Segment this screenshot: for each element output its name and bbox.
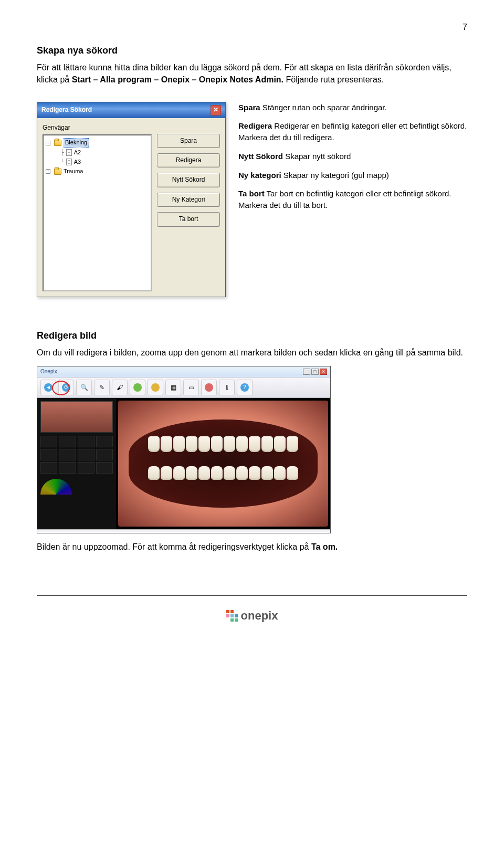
tree-label: Genvägar	[43, 123, 152, 132]
desc-redigera-label: Redigera	[238, 121, 272, 130]
dental-image	[118, 401, 328, 527]
back-icon: ◄	[44, 383, 52, 392]
tree-item-blekning[interactable]: − Blekning	[46, 138, 149, 148]
intro-paragraph: För att lättare kunna hitta dina bilder …	[37, 61, 467, 86]
grid-icon: ▦	[171, 383, 176, 392]
ny-kategori-button[interactable]: Ny Kategori	[157, 193, 220, 207]
toolbar-button[interactable]: ℹ	[219, 380, 235, 395]
logo-text: onepix	[241, 607, 278, 624]
circle-icon	[133, 383, 142, 392]
folder-icon	[54, 169, 61, 175]
app-toolbar: ◄ ⟳ 🔍 ✎ 🖌 ▦ ▭ ℹ ?	[37, 377, 330, 398]
logo-dots-icon	[226, 610, 238, 622]
help-icon: ?	[240, 383, 249, 392]
tree-item-trauma[interactable]: + Trauma	[46, 167, 149, 176]
toolbar-button[interactable]	[148, 380, 163, 395]
tree-item-label: A3	[74, 158, 81, 166]
toolbar-button[interactable]	[130, 380, 145, 395]
circle-icon	[151, 383, 160, 392]
thumbnail[interactable]	[40, 401, 113, 433]
page-icon: ▭	[188, 383, 194, 392]
document-icon	[66, 159, 72, 165]
grid-cell[interactable]	[96, 436, 113, 447]
page-number: 7	[37, 21, 467, 33]
desc-tabort-text: Tar bort en befintlig kategori eller ett…	[238, 189, 451, 209]
heading-redigera-bild: Redigera bild	[37, 329, 467, 342]
redigera-button[interactable]: Redigera	[157, 153, 220, 167]
folder-icon	[54, 140, 61, 146]
tree-item-a2[interactable]: ├ A2	[46, 148, 149, 158]
shortcut-tree[interactable]: − Blekning ├ A2 └ A3 +	[43, 134, 152, 291]
closing-paragraph: Bilden är nu uppzoomad. För att komma åt…	[37, 541, 467, 553]
nytt-sokord-button[interactable]: Nytt Sökord	[157, 173, 220, 187]
desc-tabort-label: Ta bort	[238, 189, 265, 198]
ta-bort-button[interactable]: Ta bort	[157, 212, 220, 226]
tree-item-a3[interactable]: └ A3	[46, 158, 149, 167]
app-statusbar	[37, 529, 330, 533]
app-window: Onepix _ □ ✕ ◄ ⟳ 🔍 ✎ 🖌 ▦ ▭ ℹ ?	[37, 366, 331, 534]
close-icon[interactable]: ✕	[320, 369, 327, 375]
close-icon[interactable]: ✕	[211, 105, 221, 116]
grid-cell[interactable]	[78, 449, 94, 460]
grid-cell[interactable]	[78, 462, 94, 474]
tree-line-icon: ├	[60, 149, 64, 157]
intro-text-post: Följande ruta presenteras.	[286, 75, 384, 84]
dialog-titlebar: Redigera Sökord ✕	[37, 102, 225, 118]
grid-cell[interactable]	[96, 462, 113, 474]
app-titlebar: Onepix _ □ ✕	[37, 366, 330, 378]
thumbnail-grid	[40, 436, 113, 474]
collapse-icon[interactable]: −	[46, 141, 50, 145]
tree-line-icon: └	[60, 158, 64, 166]
toolbar-button[interactable]: ▦	[165, 380, 181, 395]
toolbar-zoom-button[interactable]: 🔍	[76, 380, 92, 395]
color-wheel-icon[interactable]	[40, 479, 72, 495]
desc-nytt-label: Nytt Sökord	[238, 152, 283, 161]
maximize-icon[interactable]: □	[311, 369, 319, 375]
minimize-icon[interactable]: _	[303, 369, 310, 375]
onepix-logo: onepix	[226, 607, 278, 624]
button-descriptions: Spara Stänger rutan och sparar ändringar…	[238, 102, 467, 218]
grid-cell[interactable]	[59, 436, 76, 447]
circle-icon	[205, 383, 213, 392]
desc-spara-text: Stänger rutan och sparar ändringar.	[260, 103, 387, 112]
desc-nytt-text: Skapar nytt sökord	[283, 152, 351, 161]
tree-item-label: Blekning	[64, 138, 89, 148]
pencil-icon: ✎	[99, 383, 104, 392]
dialog-title-text: Redigera Sökord	[41, 106, 92, 114]
toolbar-button[interactable]: ?	[237, 380, 253, 395]
grid-cell[interactable]	[59, 449, 76, 460]
info-icon: ℹ	[226, 383, 228, 392]
grid-cell[interactable]	[40, 462, 57, 474]
image-viewport[interactable]	[116, 398, 330, 529]
grid-cell[interactable]	[40, 436, 57, 447]
grid-cell[interactable]	[59, 462, 76, 474]
dialog-redigera-sokord: Redigera Sökord ✕ Genvägar − Blekning ├ …	[37, 102, 226, 297]
heading-skapa-nya-sokord: Skapa nya sökord	[37, 44, 467, 57]
desc-nykat-text: Skapar ny kategori (gul mapp)	[281, 171, 389, 180]
document-icon	[66, 149, 72, 156]
grid-cell[interactable]	[78, 436, 94, 447]
desc-redigera-text: Redigerar en befintlig kategori eller et…	[238, 121, 467, 142]
tree-item-label: A2	[74, 149, 81, 157]
toolbar-button[interactable]	[201, 380, 217, 395]
desc-nykat-label: Ny kategori	[238, 171, 281, 180]
app-title: Onepix	[40, 368, 57, 376]
spara-button[interactable]: Spara	[157, 134, 220, 148]
closing-bold: Ta om.	[311, 542, 338, 551]
toolbar-button[interactable]: ▭	[183, 380, 199, 395]
tree-item-label: Trauma	[64, 167, 83, 176]
brush-icon: 🖌	[117, 383, 123, 392]
grid-cell[interactable]	[40, 449, 57, 460]
page-footer: onepix	[37, 595, 467, 624]
toolbar-draw-button[interactable]: 🖌	[112, 380, 128, 395]
closing-text: Bilden är nu uppzoomad. För att komma åt…	[37, 542, 311, 551]
desc-spara-label: Spara	[238, 103, 260, 112]
grid-cell[interactable]	[96, 449, 113, 460]
redigera-bild-paragraph: Om du vill redigera i bilden, zooma upp …	[37, 347, 467, 359]
expand-icon[interactable]: +	[46, 169, 50, 174]
toolbar-edit-button[interactable]: ✎	[94, 380, 110, 395]
app-sidebar	[37, 398, 116, 529]
intro-text-bold: Start – Alla program – Onepix – Onepix N…	[72, 75, 284, 84]
magnifier-icon: 🔍	[80, 383, 88, 392]
